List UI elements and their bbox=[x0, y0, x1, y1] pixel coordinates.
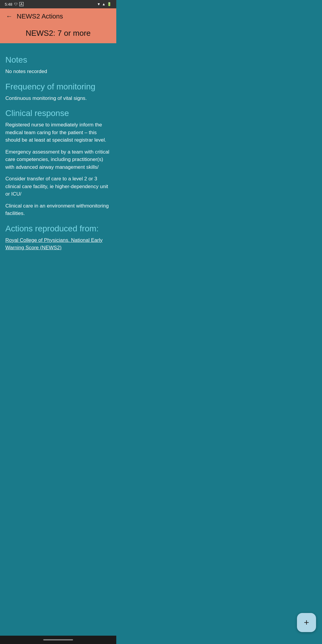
monitoring-section: Frequency of monitoring Continuous monit… bbox=[5, 82, 111, 102]
reproduced-link[interactable]: Royal College of Physicians. National Ea… bbox=[5, 237, 103, 251]
clinical-response-para1: Registered nurse to immediately inform t… bbox=[5, 121, 111, 144]
top-app-bar: ← NEWS2 Actions bbox=[0, 8, 116, 24]
clinical-response-title: Clinical response bbox=[5, 109, 111, 118]
signal-icon: ▲ bbox=[102, 2, 106, 6]
clinical-response-para4: Clinical care in an environment withmoni… bbox=[5, 202, 111, 217]
wifi-icon: ▼ bbox=[97, 2, 100, 6]
time-display: 5:48 bbox=[5, 2, 12, 7]
notes-body: No notes recorded bbox=[5, 68, 111, 75]
clinical-response-para3: Consider transfer of care to a level 2 o… bbox=[5, 175, 111, 198]
clinical-response-section: Clinical response Registered nurse to im… bbox=[5, 109, 111, 217]
status-bar-left: 5:48 🛡 A bbox=[5, 2, 24, 7]
shield-icon: 🛡 bbox=[14, 2, 18, 6]
reproduced-title: Actions reproduced from: bbox=[5, 224, 111, 233]
monitoring-title: Frequency of monitoring bbox=[5, 82, 111, 92]
score-banner: NEWS2: 7 or more bbox=[0, 24, 116, 43]
clinical-response-para2: Emergency assessment by a team with crit… bbox=[5, 148, 111, 171]
status-bar-right: ▼ ▲ 🔋 bbox=[97, 2, 112, 6]
notes-section: Notes No notes recorded bbox=[5, 55, 111, 75]
monitoring-body: Continuous monitoring of vital signs. bbox=[5, 95, 111, 102]
reproduced-section: Actions reproduced from: Royal College o… bbox=[5, 224, 111, 252]
notes-title: Notes bbox=[5, 55, 111, 65]
score-text: NEWS2: 7 or more bbox=[26, 29, 91, 38]
status-bar: 5:48 🛡 A ▼ ▲ 🔋 bbox=[0, 0, 116, 8]
page-title: NEWS2 Actions bbox=[17, 13, 63, 20]
main-content: Notes No notes recorded Frequency of mon… bbox=[0, 43, 116, 281]
battery-icon: 🔋 bbox=[107, 2, 112, 6]
text-a-icon: A bbox=[19, 2, 23, 6]
back-button[interactable]: ← bbox=[5, 12, 14, 21]
